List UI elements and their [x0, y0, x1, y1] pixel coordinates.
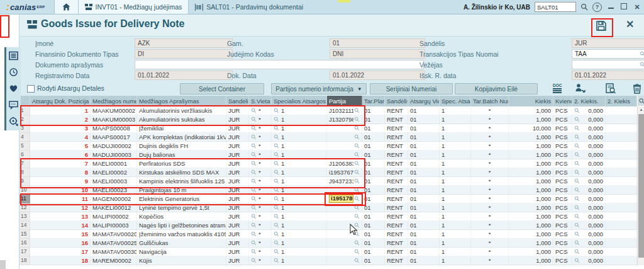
cell-pozicija[interactable]: 16: [30, 239, 91, 248]
cell-aprasymas[interactable]: Prailgintojas 10 m: [137, 186, 226, 195]
cell-kiekis[interactable]: 1,000: [509, 151, 553, 159]
cell-medziagos-numeris[interactable]: MALIPI00003: [91, 221, 137, 230]
cell-kiekis-2b[interactable]: [606, 221, 637, 230]
cell-aprasymas[interactable]: Navigacija: [137, 248, 226, 256]
column-header-atsargu-vieta[interactable]: Atsargų Vieta: [408, 96, 440, 106]
column-header-sandelis[interactable]: Sandėlis: [226, 96, 249, 106]
column-header-partija[interactable]: Partija: [327, 96, 362, 106]
cell-tar-plant[interactable]: 01: [362, 212, 385, 221]
cell-s-vieta[interactable]: *: [249, 212, 272, 221]
cell-rownum[interactable]: 6: [19, 151, 30, 159]
column-header-specialios-atsargos[interactable]: Specialios Atsargos: [272, 96, 327, 106]
cell-specialios-atsargos[interactable]: 1: [272, 159, 327, 168]
cell-kiekis[interactable]: 1,000: [509, 195, 553, 203]
cell-s-vieta[interactable]: *: [249, 195, 272, 203]
cell-medziagos-numeris[interactable]: MAKELI00012: [91, 203, 137, 212]
cell-kiekis-2b[interactable]: [606, 230, 637, 239]
cell-atsargu-vieta[interactable]: 01: [408, 186, 440, 195]
cell-spec-atsargos[interactable]: 1: [440, 186, 471, 195]
cell-s-vieta[interactable]: *: [249, 124, 272, 133]
table-row[interactable]: 99MAELI00003Kampinis elektrinis šlifuokl…: [19, 177, 637, 186]
cell-spec-atsargos[interactable]: 1: [440, 151, 471, 159]
cell-tar-batch-num[interactable]: *: [471, 151, 509, 159]
cell-spec-atsargos[interactable]: 1: [440, 142, 471, 151]
cell-sandelis-2[interactable]: RENT: [385, 256, 408, 265]
cell-tar-batch-num[interactable]: *: [471, 115, 509, 124]
cell-kvienetas[interactable]: PCS: [553, 186, 572, 195]
cell-aprasymas[interactable]: Perfiratorius SDS: [137, 159, 226, 168]
cell-tar-plant[interactable]: 01: [362, 221, 385, 230]
cell-tar-batch-num[interactable]: *: [471, 248, 509, 256]
cell-spec-atsargos[interactable]: 1: [440, 256, 471, 265]
cell-rownum[interactable]: 1: [19, 106, 30, 115]
cell-partija-input[interactable]: i1951780: [327, 195, 362, 203]
cell-aprasymas[interactable]: Kirstukas atskėlimo SDS MAX: [137, 168, 226, 177]
doc-list-icon[interactable]: DOC: [551, 83, 564, 94]
cell-kiekis-2[interactable]: 0,000: [572, 124, 606, 133]
cell-kiekis-2[interactable]: 0,000: [572, 186, 606, 195]
field-transakcijos-tipas-nuomai[interactable]: TAA: [572, 49, 644, 59]
cell-pozicija[interactable]: 2: [30, 115, 91, 124]
cell-tar-batch-num[interactable]: *: [471, 106, 509, 115]
table-row[interactable]: 33MAAPS00008ĮžemikliaiJUR*101RENT011*10,…: [19, 124, 637, 133]
cell-kiekis-2b[interactable]: [606, 159, 637, 168]
cell-sandelis[interactable]: JUR: [226, 212, 249, 221]
cell-sandelis-2[interactable]: RENT: [385, 151, 408, 159]
cell-partija[interactable]: [327, 151, 362, 159]
cell-sandelis[interactable]: JUR: [226, 115, 249, 124]
cell-tar-batch-num[interactable]: *: [471, 212, 509, 221]
cell-rownum[interactable]: 16: [19, 239, 30, 248]
cell-medziagos-numeris[interactable]: MAMATAV00020: [91, 230, 137, 239]
cell-rownum[interactable]: 11: [19, 195, 30, 203]
cell-medziagos-numeris[interactable]: MAAKUM00002: [91, 106, 137, 115]
cell-tar-batch-num[interactable]: *: [471, 230, 509, 239]
cell-rownum[interactable]: 13: [19, 212, 30, 221]
cell-aprasymas[interactable]: Nagės lipti i gelžbetonines atramas: [137, 221, 226, 230]
column-header-pozicija[interactable]: Atsargų Dok. Pozicija: [30, 96, 91, 106]
table-row[interactable]: 11MAAKUM00002Akumuliatorinis veržliasuki…: [19, 106, 637, 115]
cell-partija[interactable]: [327, 133, 362, 142]
column-header-sandelis-2[interactable]: Sandėlis: [385, 96, 408, 106]
cell-tar-plant[interactable]: 01: [362, 195, 385, 203]
cell-kiekis-2[interactable]: 0,000: [572, 239, 606, 248]
cell-specialios-atsargos[interactable]: 1: [272, 239, 327, 248]
cell-s-vieta[interactable]: *: [249, 142, 272, 151]
cell-s-vieta[interactable]: *: [249, 239, 272, 248]
cell-medziagos-numeris[interactable]: MAAPS00017: [91, 133, 137, 142]
cell-kiekis[interactable]: 1,000: [509, 203, 553, 212]
cell-specialios-atsargos[interactable]: 1: [272, 115, 327, 124]
cell-sandelis[interactable]: JUR: [226, 159, 249, 168]
cell-tar-batch-num[interactable]: *: [471, 195, 509, 203]
comments-icon[interactable]: [9, 100, 18, 110]
cell-atsargu-vieta[interactable]: 01: [408, 195, 440, 203]
cell-tar-plant[interactable]: 01: [362, 177, 385, 186]
cell-tar-batch-num[interactable]: *: [471, 168, 509, 177]
cell-medziagos-numeris[interactable]: MADUJI00002: [91, 142, 137, 151]
cell-medziagos-numeris[interactable]: MAELI00023: [91, 186, 137, 195]
cell-s-vieta[interactable]: *: [249, 203, 272, 212]
cell-medziagos-numeris[interactable]: MAELI00001: [91, 159, 137, 168]
cell-spec-atsargos[interactable]: 1: [440, 133, 471, 142]
cell-kiekis[interactable]: 1,000: [509, 168, 553, 177]
table-row[interactable]: 88MAELI00002Kirstukas atskėlimo SDS MAXJ…: [19, 168, 637, 177]
cell-medziagos-numeris[interactable]: MAAPS00008: [91, 124, 137, 133]
cell-sandelis[interactable]: JUR: [226, 151, 249, 159]
table-row[interactable]: 1212MAKELI00012Lyninė tempimo gervė 1,5t…: [19, 203, 637, 212]
cell-spec-atsargos[interactable]: 1: [440, 195, 471, 203]
column-header-spec-atsargos[interactable]: Spec. Atsargos: [440, 96, 471, 106]
cell-specialios-atsargos[interactable]: 1: [272, 106, 327, 115]
cell-rownum[interactable]: 4: [19, 133, 30, 142]
cell-tar-plant[interactable]: 01: [362, 151, 385, 159]
cell-sandelis[interactable]: JUR: [226, 124, 249, 133]
cell-sandelis-2[interactable]: RENT: [385, 159, 408, 168]
table-row[interactable]: 44MAAPS00017APK komplektas (indikatoriai…: [19, 133, 637, 142]
cell-s-vieta[interactable]: *: [249, 177, 272, 186]
cell-sandelis[interactable]: JUR: [226, 186, 249, 195]
history-clock-icon[interactable]: [9, 67, 18, 77]
table-row[interactable]: 55MADUJI00002Dujinis degiklis FHJUR*101R…: [19, 142, 637, 151]
cell-atsargu-vieta[interactable]: 01: [408, 248, 440, 256]
cell-kiekis-2[interactable]: 0,000: [572, 133, 606, 142]
cell-sandelis-2[interactable]: RENT: [385, 195, 408, 203]
cell-aprasymas[interactable]: APK komplektas (indikatoriai 1kV ir 1...: [137, 133, 226, 142]
cell-kiekis-2[interactable]: 0,000: [572, 177, 606, 186]
